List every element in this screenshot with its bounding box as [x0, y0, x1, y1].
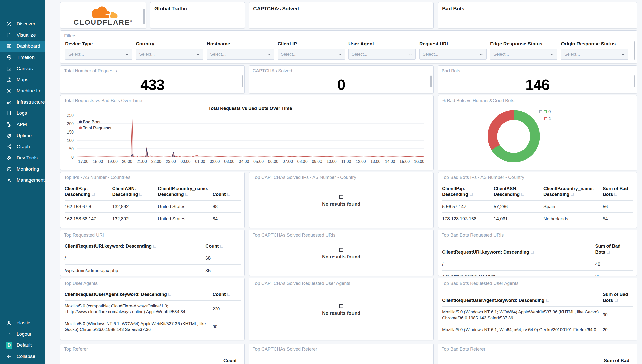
sort-box-icon[interactable] [227, 293, 230, 296]
filter-select[interactable]: Select... [136, 49, 203, 60]
sidebar-item-apm[interactable]: APM [0, 119, 45, 130]
svg-text:Total Requests: Total Requests [83, 126, 111, 130]
sort-box-icon[interactable] [220, 245, 223, 248]
sort-box-icon[interactable] [521, 193, 524, 196]
scrollbar-thumb[interactable] [242, 75, 243, 87]
svg-text:14:00: 14:00 [385, 159, 395, 164]
sidebar-item-management[interactable]: Management [0, 175, 45, 186]
filter-select[interactable]: Select... [207, 49, 274, 60]
sidebar-item-logs[interactable]: Logs [0, 108, 45, 119]
sort-box-icon[interactable] [92, 193, 95, 196]
column-header[interactable]: ClientASN: Descending [494, 184, 543, 201]
sort-box-icon[interactable] [139, 193, 142, 196]
sidebar-item-machine-le[interactable]: Machine Le… [0, 85, 45, 96]
metric-value: 0 [249, 76, 433, 93]
sort-box-icon[interactable] [168, 293, 171, 296]
panel-metric-captchas-solved: CAPTCHAs Solved 0 [249, 65, 434, 93]
filter-select[interactable]: Select... [490, 49, 557, 60]
sidebar-item-dashboard[interactable]: Dashboard [0, 41, 45, 52]
sort-box-icon[interactable] [531, 251, 534, 254]
sort-box-icon[interactable] [227, 193, 230, 196]
sidebar-item-uptime[interactable]: Uptime [0, 130, 45, 141]
table-row: /wp-admin/admin-ajax.php35 [65, 264, 241, 276]
sort-box-icon[interactable] [470, 193, 473, 196]
select-placeholder: Select... [139, 52, 155, 57]
sidebar-item-discover[interactable]: Discover [0, 18, 45, 29]
donut-chart[interactable] [488, 110, 540, 162]
sidebar-item-label: Default [17, 342, 32, 348]
column-header-sum-of-bad[interactable]: Sum of Bad [604, 358, 629, 363]
column-header[interactable]: ClientIP.ip: Descending [442, 184, 494, 201]
table-cell: Spain [543, 201, 603, 213]
sidebar-item-visualize[interactable]: Visualize [0, 29, 45, 41]
column-header[interactable]: ClientRequestUserAgent.keyword: Descendi… [442, 290, 603, 306]
sidebar-item-monitoring[interactable]: Monitoring [0, 163, 45, 175]
sort-box-icon[interactable] [607, 251, 610, 254]
filter-select[interactable]: Select... [561, 49, 628, 60]
filter-select[interactable]: Select... [278, 49, 345, 60]
sidebar-item-collapse[interactable]: Collapse [0, 351, 45, 362]
panel-bad-bots-header: Bad Bots [438, 2, 637, 28]
filter-select[interactable]: Select... [419, 49, 487, 60]
sidebar-item-canvas[interactable]: Canvas [0, 63, 45, 74]
column-header-count[interactable]: Count [223, 358, 237, 363]
sidebar-item-label: Dashboard [17, 43, 40, 49]
svg-text:23:00: 23:00 [166, 159, 176, 164]
filter-label: Country [136, 41, 203, 47]
no-results-icon [339, 195, 343, 199]
sidebar-item-label: Infrastructure [17, 99, 45, 105]
sort-box-icon[interactable] [185, 193, 188, 196]
table-cell: 40 [595, 258, 633, 270]
legend-item-1[interactable]: 1 [544, 115, 551, 122]
sidebar-item-timelion[interactable]: Timelion [0, 52, 45, 63]
column-header[interactable]: ClientIP.country_name: Descending [158, 184, 213, 201]
scrollbar-thumb[interactable] [430, 75, 432, 87]
sidebar-item-label: Logout [17, 331, 31, 337]
sort-box-icon[interactable] [614, 193, 617, 196]
scrollbar-thumb[interactable] [634, 41, 635, 60]
scrollbar-thumb[interactable] [143, 9, 145, 24]
logs-icon [6, 110, 12, 116]
column-header[interactable]: ClientIP.country_name: Descending [543, 184, 603, 201]
column-header[interactable]: Sum of Bad Bots [603, 290, 633, 306]
column-header[interactable]: ClientIP.ip: Descending [65, 184, 112, 201]
column-header[interactable]: Count [213, 184, 241, 201]
column-header[interactable]: Count [205, 242, 241, 252]
chevron-down-icon [550, 53, 554, 56]
sidebar-item-graph[interactable]: Graph [0, 141, 45, 152]
filter-field-device-type: Device TypeSelect... [65, 41, 132, 60]
select-placeholder: Select... [68, 52, 84, 57]
legend-filter-icon[interactable] [539, 110, 542, 113]
sort-box-icon[interactable] [546, 299, 549, 302]
table-row: Mozilla/5.0 (compatible; CloudFlare-Alwa… [65, 300, 241, 318]
sidebar-item-dev-tools[interactable]: Dev Tools [0, 152, 45, 163]
sidebar-item-maps[interactable]: Maps [0, 74, 45, 85]
column-header[interactable]: ClientRequestUserAgent.keyword: Descendi… [65, 290, 213, 300]
sidebar-item-default[interactable]: DDefault [0, 340, 45, 351]
sidebar-item-elastic[interactable]: elastic [0, 317, 45, 328]
column-header[interactable]: Sum of Bad Bots [595, 242, 633, 258]
legend-item-0[interactable]: 0 [539, 109, 551, 115]
svg-text:11:00: 11:00 [341, 159, 351, 164]
sidebar-item-label: Uptime [17, 133, 32, 138]
column-header[interactable]: ClientASN: Descending [112, 184, 158, 201]
svg-text:0: 0 [71, 155, 74, 159]
column-header[interactable]: Count [213, 290, 241, 300]
sort-box-icon[interactable] [571, 193, 574, 196]
filter-select[interactable]: Select... [348, 49, 416, 60]
sidebar-item-infrastructure[interactable]: Infrastructure [0, 96, 45, 108]
sort-box-icon[interactable] [153, 245, 156, 248]
column-header[interactable]: Sum of Bad Bots [603, 184, 633, 201]
filter-select[interactable]: Select... [65, 49, 132, 60]
svg-text:250: 250 [67, 113, 74, 118]
scrollbar-thumb[interactable] [634, 75, 635, 87]
top-ua-table: ClientRequestUserAgent.keyword: Descendi… [60, 290, 244, 336]
sort-box-icon[interactable] [615, 299, 618, 302]
metric-value: 146 [438, 76, 637, 93]
filter-label: Origin Response Status [561, 41, 628, 47]
table-cell: 178.128.193.158 [442, 213, 494, 225]
filter-field-client-ip: Client IPSelect... [278, 41, 345, 60]
column-header[interactable]: ClientRequestURI.keyword: Descending [442, 242, 595, 258]
column-header[interactable]: ClientRequestURI.keyword: Descending [65, 242, 205, 252]
sidebar-item-logout[interactable]: Logout [0, 328, 45, 340]
